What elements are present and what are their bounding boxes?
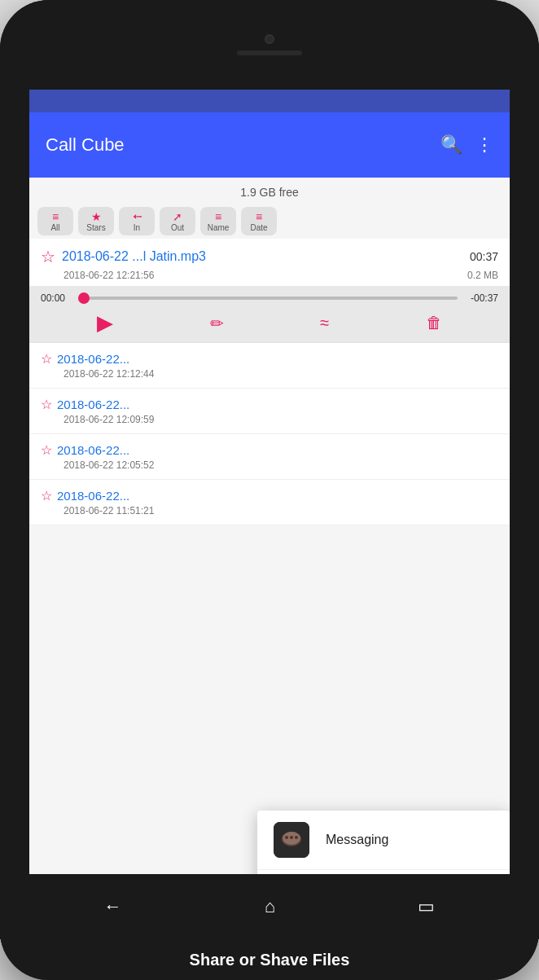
edit-button[interactable]: ✏ (210, 314, 224, 333)
filter-in-label: In (134, 223, 140, 232)
search-icon[interactable]: 🔍 (440, 134, 462, 156)
filter-date-label: Date (250, 223, 267, 232)
star-icon-2[interactable]: ☆ (41, 397, 52, 412)
list-item-title-1: 2018-06-22... (57, 352, 498, 366)
filter-stars-label: Stars (86, 223, 105, 232)
share-item-messaging[interactable]: Messaging (257, 811, 510, 870)
list-item: ☆ 2018-06-22... 2018-06-22 11:51:21 (29, 480, 510, 525)
list-item: ☆ 2018-06-22... 2018-06-22 12:09:59 (29, 389, 510, 434)
star-icon-4[interactable]: ☆ (41, 488, 52, 503)
filter-out[interactable]: ➚ Out (160, 207, 195, 235)
list-item-row: ☆ 2018-06-22... (41, 488, 498, 503)
header-actions: 🔍 ⋮ (440, 134, 493, 156)
filter-all[interactable]: ≡ All (37, 207, 73, 235)
filter-in-icon: ➚ (129, 209, 145, 225)
phone-bottom-bar: ← ⌂ ▭ Share or Shave Files (0, 874, 539, 980)
recording-header: ☆ 2018-06-22 ...l Jatin.mp3 00:37 (29, 239, 510, 270)
recording-date: 2018-06-22 12:21:56 (64, 270, 154, 281)
play-button[interactable]: ▶ (97, 310, 113, 336)
storage-info: 1.9 GB free (29, 178, 510, 204)
filter-all-icon: ≡ (52, 210, 59, 223)
phone-camera (265, 34, 274, 44)
content-area: Messaging Bluetooth (29, 525, 510, 874)
filter-stars-icon: ★ (91, 210, 102, 223)
nav-bar: ← ⌂ ▭ (0, 874, 539, 939)
progress-dot (78, 292, 90, 304)
filter-in[interactable]: ➚ In (119, 207, 155, 235)
list-item-row: ☆ 2018-06-22... (41, 397, 498, 412)
player-controls: ▶ ✏ ≈ 🗑 (41, 310, 498, 336)
filter-all-label: All (50, 223, 59, 232)
star-icon-1[interactable]: ☆ (41, 351, 52, 367)
recording-size: 0.2 MB (467, 270, 498, 281)
app-title: Call Cube (46, 134, 432, 156)
list-item-date-2: 2018-06-22 12:09:59 (41, 414, 498, 425)
caption-text: Share or Shave Files (190, 951, 350, 969)
star-button[interactable]: ☆ (41, 247, 55, 266)
recording-duration: 00:37 (470, 250, 498, 263)
phone-device: Call Cube 🔍 ⋮ 1.9 GB free ≡ All ★ Stars … (0, 0, 539, 980)
svg-point-5 (295, 836, 298, 839)
list-item-date-4: 2018-06-22 11:51:21 (41, 505, 498, 516)
filter-name-icon: ≡ (215, 210, 221, 223)
share-menu: Messaging Bluetooth (257, 811, 510, 874)
current-time: 00:00 (41, 292, 72, 304)
share-button[interactable]: ≈ (320, 314, 329, 332)
active-recording: ☆ 2018-06-22 ...l Jatin.mp3 00:37 2018-0… (29, 239, 510, 343)
app-header: Call Cube 🔍 ⋮ (29, 112, 510, 178)
filter-date-icon: ≡ (256, 210, 262, 223)
messaging-icon (274, 822, 309, 858)
list-item-row: ☆ 2018-06-22... (41, 351, 498, 367)
list-item: ☆ 2018-06-22... 2018-06-22 12:05:52 (29, 434, 510, 480)
time-bar-row: 00:00 -00:37 (41, 292, 498, 304)
svg-point-4 (290, 836, 293, 839)
filter-name[interactable]: ≡ Name (200, 207, 236, 235)
list-item-title-4: 2018-06-22... (57, 489, 498, 503)
filter-out-label: Out (171, 223, 184, 232)
more-menu-icon[interactable]: ⋮ (475, 134, 493, 156)
remaining-time: -00:37 (464, 292, 498, 304)
audio-player: 00:00 -00:37 ▶ ✏ ≈ 🗑 (29, 286, 510, 342)
filter-stars[interactable]: ★ Stars (78, 207, 114, 235)
messaging-label: Messaging (326, 833, 388, 847)
phone-speaker (237, 51, 302, 55)
list-item-date-1: 2018-06-22 12:12:44 (41, 368, 498, 380)
list-item-row: ☆ 2018-06-22... (41, 442, 498, 458)
list-item-title-3: 2018-06-22... (57, 443, 498, 457)
svg-point-3 (285, 836, 288, 839)
recording-title: 2018-06-22 ...l Jatin.mp3 (62, 249, 470, 264)
list-item-date-3: 2018-06-22 12:05:52 (41, 459, 498, 471)
list-item-title-2: 2018-06-22... (57, 398, 498, 411)
storage-label: 1.9 GB free (240, 186, 299, 199)
share-item-bluetooth[interactable]: Bluetooth (257, 870, 510, 874)
list-item: ☆ 2018-06-22... 2018-06-22 12:12:44 (29, 343, 510, 389)
phone-top-bar (0, 0, 539, 90)
progress-track[interactable] (78, 297, 458, 300)
back-button[interactable]: ← (104, 896, 122, 917)
bottom-caption: Share or Shave Files (190, 939, 350, 980)
filter-name-label: Name (208, 223, 230, 232)
recording-meta: 2018-06-22 12:21:56 0.2 MB (29, 270, 510, 286)
status-bar (29, 90, 510, 112)
filter-bar: ≡ All ★ Stars ➚ In ➚ Out ≡ Name ≡ Date (29, 204, 510, 239)
star-icon-3[interactable]: ☆ (41, 442, 52, 458)
phone-screen: Call Cube 🔍 ⋮ 1.9 GB free ≡ All ★ Stars … (29, 90, 510, 874)
home-button[interactable]: ⌂ (265, 896, 275, 917)
filter-date[interactable]: ≡ Date (241, 207, 277, 235)
recents-button[interactable]: ▭ (418, 896, 435, 917)
delete-button[interactable]: 🗑 (426, 314, 442, 332)
filter-out-icon: ➚ (173, 210, 182, 223)
